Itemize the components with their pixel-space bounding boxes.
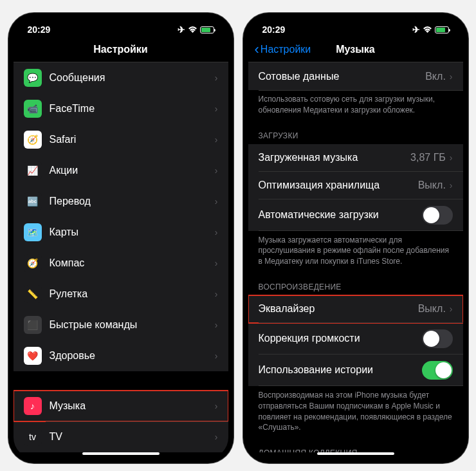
settings-row[interactable]: 💬Сообщения› (14, 62, 228, 93)
row-label: FaceTime (50, 103, 215, 115)
settings-row[interactable]: 🧭Safari› (14, 124, 228, 155)
row-value: Выкл. (418, 180, 446, 191)
settings-row[interactable]: 📈Акции› (14, 155, 228, 186)
app-icon: ❤️ (24, 347, 42, 365)
downloads-header: ЗАГРУЗКИ (248, 122, 463, 144)
row-value: 3,87 ГБ (410, 152, 446, 163)
app-icon: tv (24, 428, 42, 446)
settings-row[interactable]: 📹FaceTime› (14, 93, 228, 124)
wifi-icon (423, 24, 432, 35)
settings-row[interactable]: ♪Музыка› (14, 391, 228, 421)
home-indicator[interactable] (82, 452, 160, 455)
group-separator (14, 371, 228, 391)
app-icon: 📈 (24, 162, 42, 180)
row-label: Safari (50, 134, 215, 145)
app-icon: ⬛ (24, 316, 42, 334)
settings-row[interactable]: 🗺️Карты› (14, 217, 228, 248)
app-icon: 🔤 (24, 192, 42, 210)
row-label: Карты (50, 226, 215, 238)
chevron-right-icon: › (215, 258, 218, 268)
row-label: TV (50, 431, 215, 443)
downloaded-music-row[interactable]: Загруженная музыка 3,87 ГБ › (248, 144, 463, 172)
row-label: Коррекция громкости (259, 333, 422, 344)
chevron-right-icon: › (215, 73, 218, 83)
settings-row[interactable]: 🧭Компас› (14, 248, 228, 279)
row-label: Оптимизация хранилища (259, 180, 418, 191)
chevron-right-icon: › (450, 152, 453, 163)
app-icon: 🗺️ (24, 223, 42, 241)
row-label: Автоматические загрузки (259, 209, 422, 221)
phone-right: 20:29 ✈︎ ‹ Настройки Музыка Сотовые данн… (243, 13, 468, 463)
settings-row[interactable]: tvTV› (14, 421, 228, 452)
chevron-right-icon: › (450, 71, 453, 82)
chevron-right-icon: › (215, 196, 218, 207)
status-icons: ✈︎ (412, 24, 449, 35)
airplane-icon: ✈︎ (412, 24, 420, 35)
auto-downloads-toggle[interactable] (422, 206, 453, 225)
chevron-right-icon: › (450, 304, 453, 314)
settings-row[interactable]: 📏Рулетка› (14, 279, 228, 309)
chevron-left-icon: ‹ (255, 41, 259, 58)
battery-icon (200, 26, 214, 33)
screen-right: 20:29 ✈︎ ‹ Настройки Музыка Сотовые данн… (248, 18, 463, 458)
phone-left: 20:29 ✈︎ Настройки 💬Сообщения›📹FaceTime›… (8, 13, 233, 463)
cellular-data-row[interactable]: Сотовые данные Вкл. › (248, 62, 463, 90)
row-value: Выкл. (418, 303, 446, 315)
downloads-footer: Музыка загружается автоматически для про… (248, 231, 463, 273)
app-icon: 💬 (24, 69, 42, 87)
settings-row[interactable]: ❤️Здоровье› (14, 340, 228, 371)
auto-downloads-row[interactable]: Автоматические загрузки (248, 199, 463, 231)
equalizer-row[interactable]: Эквалайзер Выкл. › (248, 295, 463, 323)
app-icon: 🧭 (24, 254, 42, 272)
chevron-right-icon: › (215, 432, 218, 442)
row-label: Музыка (50, 400, 215, 412)
app-icon: 🧭 (24, 131, 42, 149)
row-label: Сообщения (50, 72, 215, 84)
airplane-icon: ✈︎ (178, 24, 185, 35)
row-label: Быстрые команды (50, 319, 215, 331)
playback-footer: Воспроизводимая на этом iPhone музыка бу… (248, 386, 463, 439)
row-label: Перевод (50, 196, 215, 207)
chevron-right-icon: › (215, 401, 218, 411)
row-label: Использование истории (259, 364, 422, 376)
volume-correction-toggle[interactable] (422, 329, 453, 348)
row-value: Вкл. (425, 71, 446, 82)
history-usage-row[interactable]: Использование истории (248, 355, 463, 386)
app-icon: 📹 (24, 100, 42, 118)
app-icon: ♪ (24, 397, 42, 415)
row-label: Рулетка (50, 288, 215, 300)
app-icon: 📏 (24, 285, 42, 303)
row-label: Акции (50, 165, 215, 176)
status-icons: ✈︎ (178, 24, 214, 35)
chevron-right-icon: › (215, 134, 218, 145)
music-settings[interactable]: Сотовые данные Вкл. › Использовать сотов… (248, 62, 463, 452)
volume-correction-row[interactable]: Коррекция громкости (248, 323, 463, 355)
row-label: Здоровье (50, 350, 215, 362)
settings-row[interactable]: ⬛Быстрые команды› (14, 309, 228, 340)
wifi-icon (188, 24, 197, 35)
status-time: 20:29 (262, 24, 286, 35)
cellular-footer: Использовать сотовую сеть для загрузки м… (248, 90, 463, 122)
chevron-right-icon: › (215, 289, 218, 299)
home-indicator[interactable] (317, 452, 394, 455)
chevron-right-icon: › (215, 165, 218, 176)
back-label: Настройки (261, 44, 311, 55)
notch (307, 18, 404, 33)
row-label: Сотовые данные (259, 71, 426, 82)
page-title: Музыка (336, 44, 375, 55)
back-button[interactable]: ‹ Настройки (255, 41, 311, 58)
chevron-right-icon: › (215, 320, 218, 330)
settings-row[interactable]: 🔤Перевод› (14, 186, 228, 217)
home-collection-header: ДОМАШНЯЯ КОЛЛЕКЦИЯ (248, 439, 463, 452)
settings-list[interactable]: 💬Сообщения›📹FaceTime›🧭Safari›📈Акции›🔤Пер… (14, 62, 228, 452)
status-time: 20:29 (28, 24, 51, 35)
notch (73, 18, 169, 33)
chevron-right-icon: › (215, 104, 218, 114)
history-usage-toggle[interactable] (422, 361, 453, 380)
optimize-storage-row[interactable]: Оптимизация хранилища Выкл. › (248, 172, 463, 199)
chevron-right-icon: › (215, 351, 218, 361)
playback-header: ВОСПРОИЗВЕДЕНИЕ (248, 273, 463, 295)
page-title: Настройки (93, 44, 147, 55)
chevron-right-icon: › (450, 180, 453, 190)
row-label: Эквалайзер (259, 303, 418, 315)
